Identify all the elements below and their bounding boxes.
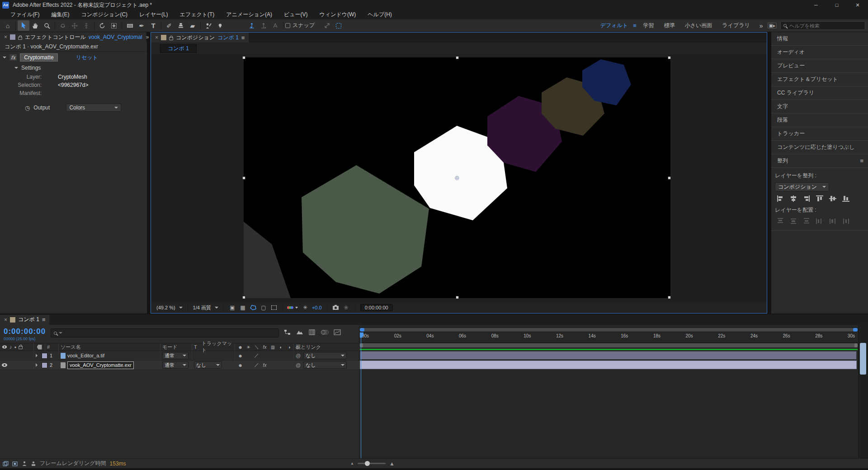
brush-tool-icon[interactable]: ✐ bbox=[163, 20, 175, 31]
selection-handle[interactable] bbox=[242, 56, 245, 59]
frame-blending-icon[interactable] bbox=[308, 329, 316, 335]
scrollbar-thumb[interactable] bbox=[360, 328, 858, 332]
view-axis-mode-icon[interactable] bbox=[269, 20, 281, 31]
lock-icon[interactable] bbox=[169, 37, 173, 40]
track-matte-t-header[interactable]: T bbox=[194, 344, 197, 350]
close-icon[interactable]: × bbox=[4, 34, 7, 40]
menu-item[interactable]: レイヤー(L) bbox=[133, 11, 174, 19]
help-search-input[interactable] bbox=[789, 23, 853, 28]
crop-region-icon[interactable] bbox=[270, 305, 278, 310]
mode-column-header[interactable]: モード bbox=[160, 343, 192, 351]
selection-handle[interactable] bbox=[668, 56, 671, 59]
parent-link-column-header[interactable]: 親とリンク bbox=[294, 343, 357, 351]
region-of-interest-icon[interactable]: ▢ bbox=[260, 304, 267, 311]
scrollbar-thumb[interactable] bbox=[860, 343, 866, 375]
exposure-value[interactable]: +0.0 bbox=[312, 305, 322, 310]
selection-handle[interactable] bbox=[456, 56, 459, 59]
align-vertical-center-icon[interactable] bbox=[829, 195, 836, 202]
layer-duration-bar-1[interactable] bbox=[360, 351, 857, 360]
pickwhip-icon[interactable]: @ bbox=[296, 353, 301, 358]
collapsed-panel-tab[interactable]: 文字 bbox=[771, 100, 868, 114]
collapsed-panel-tab[interactable]: 情報 bbox=[771, 32, 868, 46]
composition-tab[interactable]: × コンポジション コンポ 1 ≡ bbox=[151, 33, 249, 43]
motion-blur-column-icon[interactable]: ◐ bbox=[278, 345, 284, 350]
collapsed-panel-tab[interactable]: エフェクト＆プリセット bbox=[771, 73, 868, 86]
output-dropdown[interactable]: Colors bbox=[66, 104, 121, 112]
snapshot-camera-icon[interactable] bbox=[332, 306, 340, 310]
layer-label-chip[interactable] bbox=[42, 362, 47, 368]
effects-toggle[interactable]: fx bbox=[261, 363, 268, 368]
current-timecode[interactable]: 0:00:00:00 bbox=[4, 327, 46, 336]
quality-icon[interactable]: ＼ bbox=[253, 344, 260, 350]
graph-editor-icon[interactable] bbox=[334, 329, 341, 335]
orbit-camera-tool-icon[interactable] bbox=[57, 20, 69, 31]
menu-item[interactable]: ウィンドウ(W) bbox=[314, 11, 362, 19]
work-area-bar[interactable] bbox=[360, 343, 858, 348]
transfer-controls-icon[interactable] bbox=[31, 461, 36, 466]
collapsed-panel-tab[interactable]: コンテンツに応じた塗りつぶし bbox=[771, 141, 868, 154]
menu-item[interactable]: 編集(E) bbox=[45, 11, 75, 19]
chevron-down-icon[interactable] bbox=[3, 57, 6, 60]
selection-handle[interactable] bbox=[668, 176, 671, 180]
eraser-tool-icon[interactable]: ▰ bbox=[187, 20, 198, 31]
menu-item[interactable]: コンポジション(C) bbox=[75, 11, 133, 19]
eye-icon[interactable] bbox=[2, 363, 7, 367]
anchor-point-icon[interactable]: ⊕ bbox=[454, 175, 460, 181]
parent-dropdown[interactable]: なし bbox=[303, 361, 347, 369]
collapsed-panel-tab[interactable]: CC ライブラリ bbox=[771, 86, 868, 100]
distribute-top-icon[interactable] bbox=[777, 218, 784, 224]
mode-dropdown[interactable]: 通常 bbox=[162, 361, 189, 369]
clone-stamp-tool-icon[interactable] bbox=[175, 20, 187, 31]
pickwhip-icon[interactable]: @ bbox=[296, 362, 301, 368]
timeline-search[interactable] bbox=[51, 328, 279, 337]
composition-mini-flowchart-icon[interactable] bbox=[284, 329, 291, 335]
type-tool-icon[interactable]: T bbox=[147, 20, 159, 31]
resolution-dropdown[interactable]: 1/4 画質 bbox=[193, 304, 218, 311]
align-panel-tab[interactable]: 整列 ≡ bbox=[771, 154, 868, 168]
work-area[interactable] bbox=[360, 343, 858, 347]
stopwatch-icon[interactable]: ◷ bbox=[25, 104, 30, 111]
align-target-dropdown[interactable]: コンポジション bbox=[775, 182, 829, 191]
rectangle-tool-icon[interactable] bbox=[124, 20, 136, 31]
align-top-icon[interactable] bbox=[816, 195, 823, 202]
distribute-right-icon[interactable] bbox=[842, 218, 849, 224]
workspace-menu-icon[interactable]: ≡ bbox=[633, 22, 637, 29]
layer-source-name[interactable]: vook_Editor_a.tif bbox=[67, 353, 104, 358]
expand-icon[interactable] bbox=[36, 354, 39, 357]
shy-toggle[interactable]: ☻ bbox=[237, 363, 244, 368]
help-search[interactable] bbox=[780, 21, 865, 30]
timeline-horizontal-scrollbar[interactable] bbox=[360, 328, 858, 332]
puppet-pin-tool-icon[interactable] bbox=[214, 20, 226, 31]
panel-menu-icon[interactable]: ≡ bbox=[860, 157, 863, 164]
viewer-tab-comp1[interactable]: コンポ 1 bbox=[160, 44, 197, 53]
quality-toggle[interactable]: ／ bbox=[253, 352, 260, 359]
layer-name-edit-box[interactable]: vook_AOV_Cryptomatte.exr bbox=[67, 361, 134, 369]
distribute-bottom-icon[interactable] bbox=[803, 218, 810, 224]
selection-handle[interactable] bbox=[668, 296, 671, 299]
zoom-tool-icon[interactable] bbox=[41, 20, 53, 31]
selection-tool-icon[interactable] bbox=[18, 20, 29, 31]
layer-label-chip[interactable] bbox=[42, 353, 47, 359]
effect-name[interactable]: Cryptomatte bbox=[20, 53, 57, 62]
maximize-button[interactable]: □ bbox=[826, 0, 847, 10]
draft-3d-icon[interactable] bbox=[296, 329, 303, 335]
workspace-overflow-icon[interactable]: » bbox=[760, 22, 763, 29]
hand-tool-icon[interactable] bbox=[29, 20, 41, 31]
menu-item[interactable]: ヘルプ(H) bbox=[362, 11, 398, 19]
workspace-switcher-icon[interactable]: ▣▸ bbox=[768, 23, 777, 28]
local-axis-mode-icon[interactable] bbox=[246, 20, 258, 31]
timeline-zoom-slider[interactable]: ▲ ▲ bbox=[350, 461, 395, 467]
panel-menu-icon[interactable]: ≡ bbox=[42, 316, 46, 323]
quality-toggle[interactable]: ／ bbox=[253, 362, 260, 368]
layer-row-2[interactable]: 2 vook_AOV_Cryptomatte.exr 通常 なし ☻ bbox=[0, 361, 359, 370]
align-right-icon[interactable] bbox=[803, 195, 810, 202]
live-update-icon[interactable] bbox=[12, 461, 18, 466]
menu-item[interactable]: ビュー(V) bbox=[278, 11, 314, 19]
show-snapshot-icon[interactable]: ❀ bbox=[343, 304, 350, 311]
timeline-tab[interactable]: × コンポ 1 ≡ bbox=[0, 315, 49, 325]
menu-item[interactable]: エフェクト(T) bbox=[174, 11, 221, 19]
frame-blend-icon[interactable]: ▥ bbox=[269, 345, 276, 350]
zoom-out-icon[interactable]: ▲ bbox=[350, 461, 354, 465]
snap-options-icon[interactable] bbox=[321, 20, 333, 31]
parent-dropdown[interactable]: なし bbox=[303, 352, 347, 359]
